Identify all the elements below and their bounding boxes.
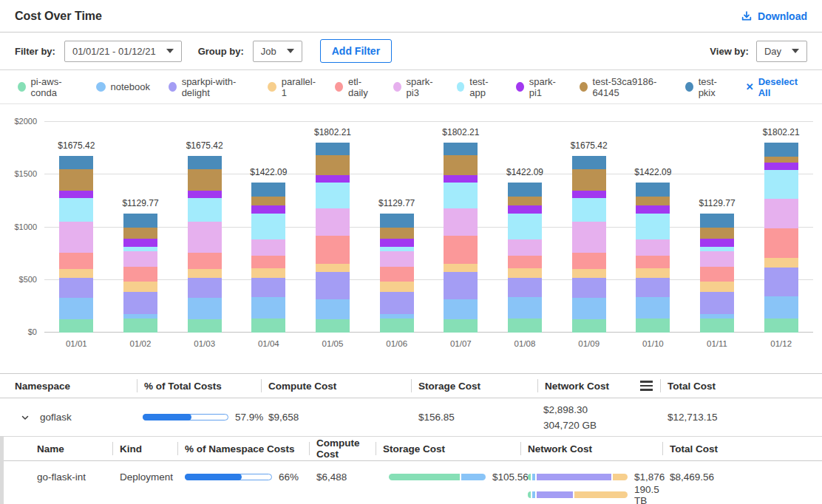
chevron-down-icon[interactable] [21,413,30,422]
bar-segment-parallel-1[interactable] [188,269,222,278]
bar-segment-etl-daily[interactable] [59,253,93,269]
bar-segment-test-app[interactable] [572,198,606,221]
bar-segment-notebook[interactable] [188,298,222,319]
bar-segment-notebook[interactable] [59,298,93,319]
bar-segment-sparkpi-with-delight[interactable] [508,278,542,298]
deselect-all-button[interactable]: ✕ Deselect All [746,76,804,98]
bar-segment-test-pkix[interactable] [380,214,414,228]
bar-segment-test-app[interactable] [251,214,285,239]
bar-segment-test-53ca9186-64145[interactable] [636,197,670,205]
column-header-total[interactable]: Total Cost [660,374,822,398]
legend-item-parallel-1[interactable]: parallel-1 [268,76,316,98]
bar-segment-notebook[interactable] [508,297,542,319]
bar-segment-pi-aws-conda[interactable] [444,319,478,333]
bar-segment-test-pkix[interactable] [636,183,670,197]
legend-item-spark-pi3[interactable]: spark-pi3 [393,76,438,98]
column-header-network[interactable]: Network Cost [537,374,660,398]
table-row-go-flask-int[interactable]: go-flask-int Deployment 66% $6,488 $105.… [4,461,822,504]
bar-segment-pi-aws-conda[interactable] [316,319,350,333]
bar-segment-spark-pi3[interactable] [123,251,157,267]
bar-segment-sparkpi-with-delight[interactable] [572,278,606,298]
stacked-bar-01/09[interactable] [572,156,606,333]
column-header-storage[interactable]: Storage Cost [376,437,520,460]
bar-segment-test-53ca9186-64145[interactable] [59,169,93,191]
bar-segment-spark-pi1[interactable] [123,239,157,247]
bar-segment-pi-aws-conda[interactable] [764,319,798,333]
bar-segment-etl-daily[interactable] [764,228,798,258]
column-header-percent-total[interactable]: % of Total Costs [137,374,261,398]
bar-segment-etl-daily[interactable] [251,256,285,269]
stacked-bar-01/10[interactable] [636,183,670,333]
bar-segment-pi-aws-conda[interactable] [188,319,222,333]
bar-segment-spark-pi1[interactable] [251,205,285,214]
bar-segment-sparkpi-with-delight[interactable] [123,292,157,314]
bar-segment-sparkpi-with-delight[interactable] [636,278,670,298]
bar-segment-test-53ca9186-64145[interactable] [700,228,734,238]
column-header-kind[interactable]: Kind [112,437,177,460]
bar-segment-test-app[interactable] [316,183,350,208]
bar-segment-test-53ca9186-64145[interactable] [764,157,798,163]
legend-item-etl-daily[interactable]: etl-daily [335,76,375,98]
bar-segment-sparkpi-with-delight[interactable] [700,292,734,314]
bar-segment-etl-daily[interactable] [700,267,734,282]
column-header-storage[interactable]: Storage Cost [411,374,537,398]
bar-segment-spark-pi3[interactable] [572,222,606,253]
bar-segment-spark-pi1[interactable] [188,191,222,198]
add-filter-button[interactable]: Add Filter [320,39,392,63]
legend-item-test-pkix[interactable]: test-pkix [685,76,727,98]
bar-segment-spark-pi3[interactable] [508,239,542,256]
column-header-name[interactable]: Name [4,437,112,460]
bar-segment-sparkpi-with-delight[interactable] [251,278,285,298]
bar-segment-test-app[interactable] [59,198,93,221]
bar-segment-spark-pi1[interactable] [764,163,798,170]
bar-segment-test-53ca9186-64145[interactable] [123,228,157,238]
bar-segment-parallel-1[interactable] [700,282,734,292]
bar-segment-notebook[interactable] [251,297,285,319]
bar-segment-test-pkix[interactable] [508,183,542,197]
bar-segment-spark-pi1[interactable] [380,239,414,247]
stacked-bar-01/03[interactable] [188,156,222,333]
bar-segment-sparkpi-with-delight[interactable] [188,278,222,298]
stacked-bar-01/02[interactable] [123,214,157,333]
bar-segment-etl-daily[interactable] [508,256,542,269]
legend-item-test-53ca9186-64145[interactable]: test-53ca9186-64145 [580,76,667,98]
bar-segment-test-app[interactable] [188,198,222,221]
bar-segment-spark-pi3[interactable] [251,239,285,256]
column-header-namespace[interactable]: Namespace [0,374,137,398]
bar-segment-etl-daily[interactable] [380,267,414,282]
bar-segment-parallel-1[interactable] [572,269,606,278]
bar-segment-pi-aws-conda[interactable] [380,319,414,333]
bar-segment-parallel-1[interactable] [380,282,414,292]
bar-segment-test-53ca9186-64145[interactable] [572,169,606,191]
column-header-percent-namespace[interactable]: % of Namespace Costs [177,437,309,460]
bar-segment-spark-pi3[interactable] [316,208,350,236]
bar-segment-parallel-1[interactable] [508,268,542,277]
bar-segment-notebook[interactable] [316,299,350,320]
bar-segment-sparkpi-with-delight[interactable] [59,278,93,298]
bar-segment-test-app[interactable] [764,170,798,199]
bar-segment-spark-pi1[interactable] [508,205,542,214]
bar-segment-test-pkix[interactable] [316,143,350,155]
bar-segment-parallel-1[interactable] [123,282,157,292]
bar-segment-spark-pi3[interactable] [59,222,93,253]
bar-segment-parallel-1[interactable] [251,268,285,277]
bar-segment-test-pkix[interactable] [700,214,734,228]
bar-segment-sparkpi-with-delight[interactable] [764,268,798,296]
bar-segment-notebook[interactable] [444,299,478,320]
bar-segment-spark-pi1[interactable] [700,239,734,247]
date-range-dropdown[interactable]: 01/01/21 - 01/12/21 [64,41,182,62]
bar-segment-spark-pi1[interactable] [636,205,670,214]
bar-segment-spark-pi3[interactable] [380,251,414,267]
stacked-bar-01/01[interactable] [59,156,93,333]
bar-segment-test-pkix[interactable] [59,156,93,169]
group-by-dropdown[interactable]: Job [253,41,302,62]
table-row-goflask[interactable]: goflask 57.9% $9,658 $156.85 $2,898.30 3… [0,398,822,437]
bar-segment-test-app[interactable] [508,214,542,239]
bar-segment-sparkpi-with-delight[interactable] [380,292,414,314]
bar-segment-test-pkix[interactable] [188,156,222,169]
bar-segment-spark-pi1[interactable] [444,175,478,183]
legend-item-notebook[interactable]: notebook [96,81,151,92]
legend-item-sparkpi-with-delight[interactable]: sparkpi-with-delight [169,76,249,98]
bar-segment-pi-aws-conda[interactable] [59,319,93,333]
bar-segment-parallel-1[interactable] [764,258,798,268]
